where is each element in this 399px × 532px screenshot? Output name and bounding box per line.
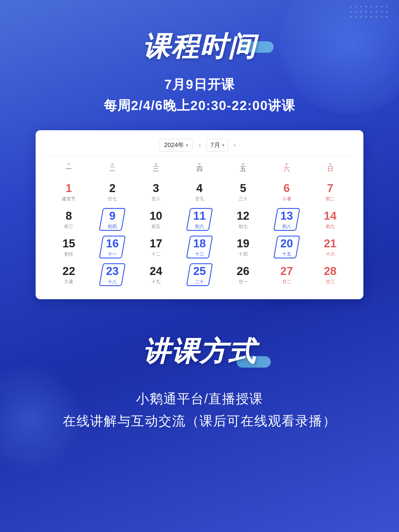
course-schedule-subtitle: 7月9日开课 每周2/4/6晚上20:30-22:00讲课 [104, 74, 296, 116]
next-month-button[interactable]: › [230, 140, 239, 150]
day-5[interactable]: 5 三十 [221, 178, 265, 205]
teaching-method-title-block: 讲课方式 [142, 333, 256, 370]
day-22[interactable]: 22 大暑 [47, 261, 91, 288]
year-chevron-icon: ▾ [186, 142, 188, 148]
dots-decoration [350, 6, 388, 18]
day-9[interactable]: 9 初四 [91, 206, 134, 233]
course-time-title-block: 课程时间 [142, 28, 256, 66]
day-8[interactable]: 8 初三 [47, 206, 91, 233]
weekday-sat: 六 [265, 162, 308, 176]
day-6[interactable]: 6 小暑 [265, 178, 308, 205]
weekday-wed: 三 [134, 162, 178, 176]
day-15[interactable]: 15 初伏 [47, 234, 91, 260]
day-11[interactable]: 11 初六 [178, 206, 221, 233]
weekday-tue: 二 [91, 162, 134, 176]
page-wrapper: 课程时间 7月9日开课 每周2/4/6晚上20:30-22:00讲课 2024年… [0, 0, 399, 532]
day-4[interactable]: 4 廿九 [178, 178, 221, 205]
calendar-grid: 一 二 三 四 五 六 日 1 建党节 2 廿七 [47, 162, 352, 288]
day-13[interactable]: 13 初八 [265, 206, 308, 233]
day-25[interactable]: 25 二十 [178, 261, 221, 288]
weekday-fri: 五 [221, 162, 265, 176]
course-time-title: 课程时间 [142, 28, 256, 66]
interaction-text: 在线讲解与互动交流（课后可在线观看录播） [63, 410, 336, 432]
day-27[interactable]: 27 廿二 [265, 261, 308, 288]
calendar: 2024年 ▾ ‹ 7月 ▾ › 一 二 三 [36, 130, 363, 299]
day-10[interactable]: 10 初五 [134, 206, 178, 233]
weekday-mon: 一 [47, 162, 91, 176]
schedule-detail-text: 每周2/4/6晚上20:30-22:00讲课 [104, 95, 296, 116]
day-20[interactable]: 20 十五 [265, 234, 308, 260]
day-2[interactable]: 2 廿七 [91, 178, 134, 205]
day-26[interactable]: 26 廿一 [221, 261, 265, 288]
teaching-method-subtitle: 小鹅通平台/直播授课 在线讲解与互动交流（课后可在线观看录播） [63, 388, 336, 432]
day-3[interactable]: 3 廿八 [134, 178, 178, 205]
year-label: 2024年 [164, 141, 184, 149]
weekday-thu: 四 [178, 162, 221, 176]
day-28[interactable]: 28 廿三 [308, 261, 352, 288]
day-7[interactable]: 7 初二 [308, 178, 352, 205]
year-selector[interactable]: 2024年 ▾ [160, 139, 192, 151]
month-selector[interactable]: 7月 ▾ [206, 139, 228, 151]
calendar-header: 2024年 ▾ ‹ 7月 ▾ › [47, 139, 352, 156]
month-nav: ‹ 7月 ▾ › [195, 139, 239, 151]
platform-text: 小鹅通平台/直播授课 [63, 388, 336, 410]
day-17[interactable]: 17 十二 [134, 234, 178, 260]
weekday-sun: 日 [308, 162, 352, 176]
day-14[interactable]: 14 初九 [308, 206, 352, 233]
start-date-text: 7月9日开课 [104, 74, 296, 95]
month-chevron-icon: ▾ [222, 142, 224, 148]
day-21[interactable]: 21 十六 [308, 234, 352, 260]
day-12[interactable]: 12 初七 [221, 206, 265, 233]
day-24[interactable]: 24 十九 [134, 261, 178, 288]
day-16[interactable]: 16 十一 [91, 234, 134, 260]
teaching-method-title: 讲课方式 [142, 333, 256, 370]
day-23[interactable]: 23 十八 [91, 261, 134, 288]
day-1[interactable]: 1 建党节 [47, 178, 91, 205]
calendar-days: 1 建党节 2 廿七 3 廿八 4 廿九 5 三十 [47, 178, 352, 288]
weekdays-row: 一 二 三 四 五 六 日 [47, 162, 352, 176]
day-18[interactable]: 18 十三 [178, 234, 221, 260]
month-label: 7月 [210, 141, 220, 149]
teaching-method-section: 讲课方式 小鹅通平台/直播授课 在线讲解与互动交流（课后可在线观看录播） [63, 328, 336, 432]
day-19[interactable]: 19 十四 [221, 234, 265, 260]
prev-month-button[interactable]: ‹ [195, 140, 204, 150]
